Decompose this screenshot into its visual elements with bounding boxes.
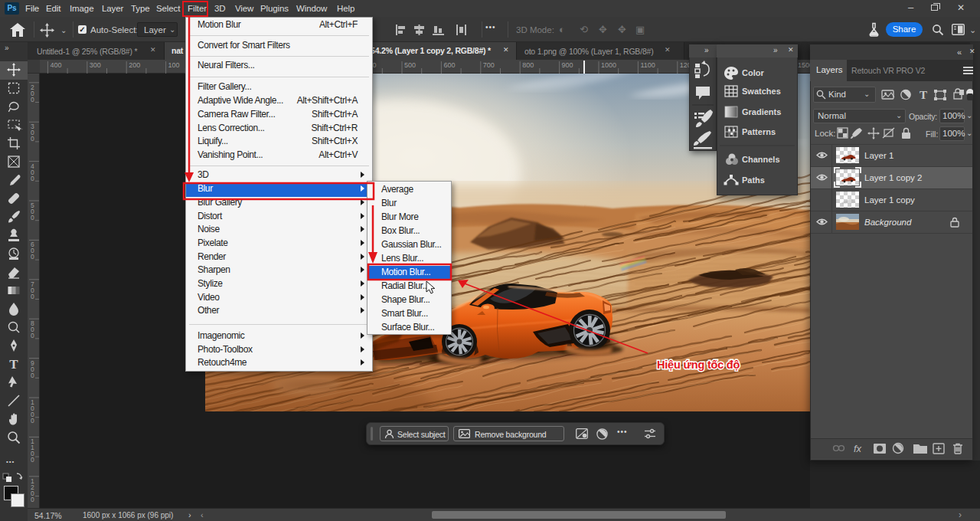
svg-text:Hiệu ứng tốc độ: Hiệu ứng tốc độ xyxy=(657,359,740,371)
